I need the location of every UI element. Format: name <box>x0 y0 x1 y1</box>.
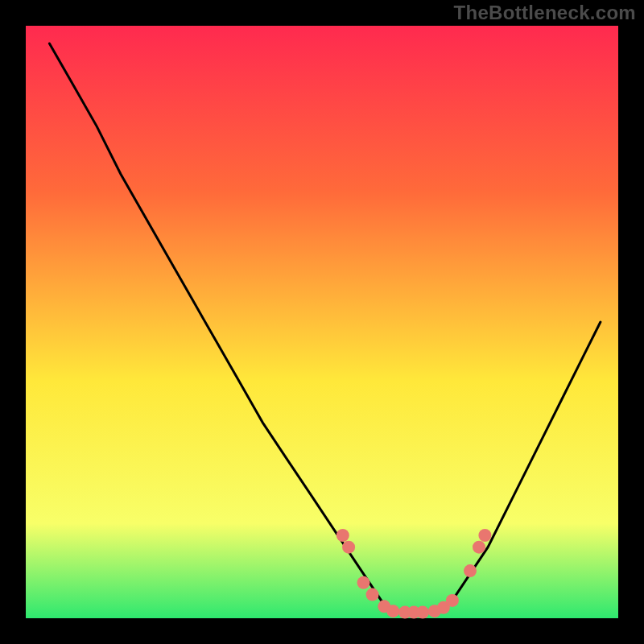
sweet-spot-dot <box>336 529 349 542</box>
sweet-spot-dot <box>416 606 429 619</box>
sweet-spot-dot <box>366 588 379 601</box>
sweet-spot-dot <box>464 564 477 577</box>
sweet-spot-dot <box>386 605 399 617</box>
sweet-spot-dot <box>446 594 459 607</box>
chart-svg <box>0 0 644 644</box>
sweet-spot-dot <box>357 576 370 589</box>
watermark-text: TheBottleneck.com <box>454 2 636 24</box>
sweet-spot-dot <box>473 541 485 554</box>
sweet-spot-dot <box>478 529 491 542</box>
plot-background <box>26 26 618 618</box>
sweet-spot-dot <box>342 541 355 554</box>
chart-frame: { "watermark": "TheBottleneck.com", "col… <box>0 0 644 644</box>
